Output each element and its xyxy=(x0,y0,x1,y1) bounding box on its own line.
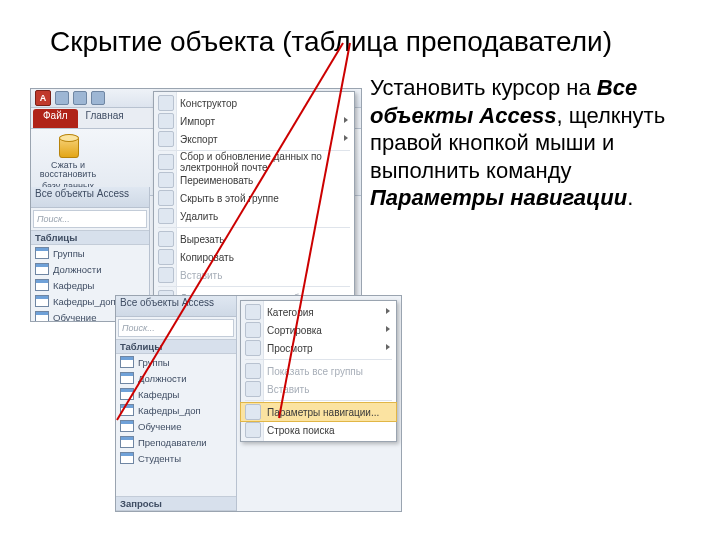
context-menu-nav: КатегорияСортировкаПросмотрПоказать все … xyxy=(240,300,397,442)
ctx-item-icon xyxy=(158,154,174,170)
ctx-separator xyxy=(158,227,350,228)
tab-file[interactable]: Файл xyxy=(33,109,78,128)
nav-table-label: Группы xyxy=(138,357,170,368)
table-icon xyxy=(35,279,49,291)
slide-title: Скрытие объекта (таблица преподаватели) xyxy=(50,26,690,58)
table-icon xyxy=(35,263,49,275)
nav-table-label: Преподаватели xyxy=(138,437,207,448)
ctx-item-icon xyxy=(158,267,174,283)
ctx-item-label: Сбор и обновление данных по электронной … xyxy=(180,151,346,173)
nav-table-label: Кафедры_доп xyxy=(53,296,116,307)
nav-table-item[interactable]: Должности xyxy=(31,261,149,277)
nav-header-2[interactable]: Все объекты Access xyxy=(116,296,236,317)
chevron-right-icon xyxy=(386,326,390,332)
table-icon xyxy=(120,420,134,432)
nav-table-label: Обучение xyxy=(53,312,96,322)
ctx-item-nav-options[interactable]: Параметры навигации... xyxy=(241,403,396,421)
ctx-item-icon xyxy=(245,404,261,420)
ctx-item[interactable]: Скрыть в этой группе xyxy=(154,189,354,207)
ctx-item[interactable]: Категория xyxy=(241,303,396,321)
nav-table-item[interactable]: Кафедры_доп xyxy=(116,402,236,418)
nav-table-item[interactable]: Кафедры xyxy=(116,386,236,402)
qat-undo-icon[interactable] xyxy=(73,91,87,105)
ctx-item[interactable]: Удалить xyxy=(154,207,354,225)
ctx-item[interactable]: Импорт xyxy=(154,112,354,130)
ctx-separator xyxy=(245,359,392,360)
nav-table-item[interactable]: Кафедры xyxy=(31,277,149,293)
table-icon xyxy=(120,404,134,416)
ctx-item[interactable]: Экспорт xyxy=(154,130,354,148)
nav-table-label: Группы xyxy=(53,248,85,259)
nav-table-label: Обучение xyxy=(138,421,181,432)
ctx-item-label: Просмотр xyxy=(267,343,313,354)
nav-table-label: Кафедры xyxy=(53,280,94,291)
table-icon xyxy=(35,247,49,259)
chevron-right-icon xyxy=(344,117,348,123)
table-icon xyxy=(120,388,134,400)
navigation-pane-2[interactable]: Все объекты Access Поиск... Таблицы Груп… xyxy=(116,296,237,511)
ctx-item-label: Параметры навигации... xyxy=(267,407,379,418)
ctx-item-label: Строка поиска xyxy=(267,425,335,436)
ctx-item-label: Переименовать xyxy=(180,175,253,186)
ctx-item-label: Сортировка xyxy=(267,325,322,336)
qat-redo-icon[interactable] xyxy=(91,91,105,105)
ctx-item-label: Экспорт xyxy=(180,134,218,145)
database-icon xyxy=(59,136,79,158)
nav-group-tables[interactable]: Таблицы xyxy=(31,230,149,245)
nav-table-item[interactable]: Обучение xyxy=(116,418,236,434)
chevron-right-icon xyxy=(386,344,390,350)
table-icon xyxy=(120,436,134,448)
ctx-item: Показать все группы xyxy=(241,362,396,380)
ctx-item[interactable]: Конструктор xyxy=(154,94,354,112)
nav-table-item[interactable]: Студенты xyxy=(116,450,236,466)
ctx-item-icon xyxy=(158,113,174,129)
ctx-item-icon xyxy=(158,172,174,188)
t-cmd: Параметры навигации xyxy=(370,185,627,210)
ctx-item[interactable]: Сбор и обновление данных по электронной … xyxy=(154,153,354,171)
ctx-item-icon xyxy=(158,249,174,265)
ctx-item[interactable]: Строка поиска xyxy=(241,421,396,439)
screenshot-access-1: A Файл Главная Сжать и восстановить базу… xyxy=(30,88,362,322)
ctx-item[interactable]: Вырезать xyxy=(154,230,354,248)
ctx-item-icon xyxy=(245,340,261,356)
chevron-right-icon xyxy=(344,135,348,141)
ctx-item-label: Категория xyxy=(267,307,314,318)
nav-search-input-2[interactable]: Поиск... xyxy=(118,319,234,337)
compact-l1: Сжать и восстановить xyxy=(37,161,99,180)
ctx-item-icon xyxy=(245,304,261,320)
t-pre: Установить курсор на xyxy=(370,75,597,100)
ctx-item[interactable]: Переименовать xyxy=(154,171,354,189)
ctx-item-icon xyxy=(158,95,174,111)
nav-group-tables-2[interactable]: Таблицы xyxy=(116,339,236,354)
ctx-item-label: Показать все группы xyxy=(267,366,363,377)
table-icon xyxy=(120,356,134,368)
ctx-item-label: Удалить xyxy=(180,211,218,222)
nav-table-item[interactable]: Группы xyxy=(116,354,236,370)
ctx-item-label: Импорт xyxy=(180,116,215,127)
nav-table-item[interactable]: Должности xyxy=(116,370,236,386)
chevron-right-icon xyxy=(386,308,390,314)
tab-home[interactable]: Главная xyxy=(78,109,132,128)
nav-search-input[interactable]: Поиск... xyxy=(33,210,147,228)
ctx-item-icon xyxy=(158,231,174,247)
ctx-item[interactable]: Сортировка xyxy=(241,321,396,339)
nav-header[interactable]: Все объекты Access xyxy=(31,187,149,208)
nav-table-label: Кафедры_доп xyxy=(138,405,201,416)
nav-table-item[interactable]: Преподаватели xyxy=(116,434,236,450)
access-app-icon: A xyxy=(35,90,51,106)
ctx-item-label: Вырезать xyxy=(180,234,224,245)
table-icon xyxy=(35,311,49,321)
table-icon xyxy=(120,452,134,464)
ctx-separator xyxy=(158,286,350,287)
ctx-item-label: Копировать xyxy=(180,252,234,263)
screenshot-access-2: Все объекты Access Поиск... Таблицы Груп… xyxy=(115,295,402,512)
ctx-item[interactable]: Просмотр xyxy=(241,339,396,357)
qat-save-icon[interactable] xyxy=(55,91,69,105)
ctx-item[interactable]: Копировать xyxy=(154,248,354,266)
nav-table-label: Должности xyxy=(138,373,186,384)
nav-table-item[interactable]: Группы xyxy=(31,245,149,261)
ctx-item: Вставить xyxy=(241,380,396,398)
nav-group-queries[interactable]: Запросы xyxy=(116,496,236,511)
ctx-separator xyxy=(245,400,392,401)
context-menu-table: КонструкторИмпортЭкспортСбор и обновлени… xyxy=(153,91,355,310)
